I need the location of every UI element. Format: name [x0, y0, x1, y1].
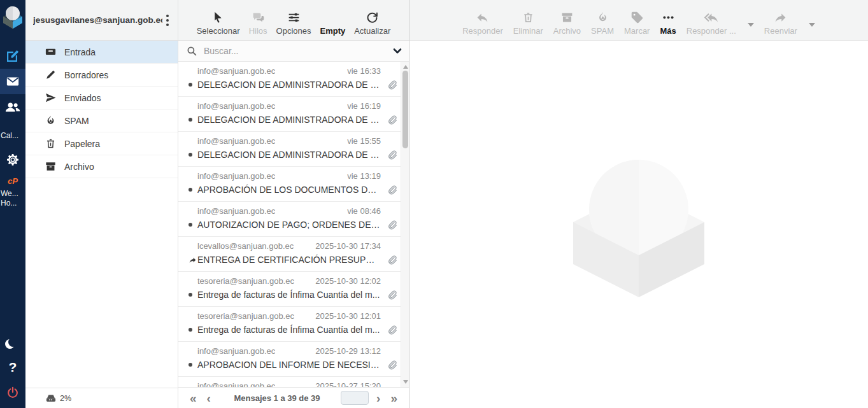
reply-all-dropdown-icon[interactable]: [748, 23, 754, 27]
help-icon: ?: [9, 360, 17, 375]
reply-button[interactable]: Responder: [462, 11, 503, 36]
more-button[interactable]: Más: [660, 11, 676, 36]
webmail-home-link[interactable]: We... Ho...: [0, 189, 25, 208]
message-sender: info@sanjuan.gob.ec: [197, 346, 275, 356]
more-dots-icon: [662, 11, 675, 24]
message-subject: DELEGACION DE ADMINISTRADORA DE OR...: [197, 80, 381, 90]
list-scrollbar[interactable]: [401, 62, 409, 387]
account-menu[interactable]: jesusgavilanes@sanjuan.gob.ec: [25, 0, 178, 41]
threads-icon: [252, 11, 265, 24]
message-row[interactable]: tesoreria@sanjuan.gob.ec 2025-10-30 12:0…: [178, 307, 409, 342]
search-icon: [186, 45, 197, 57]
message-list-panel: Seleccionar Hilos Opciones Empty: [178, 0, 409, 408]
message-row[interactable]: info@sanjuan.gob.ec vie 16:19 DELEGACION…: [178, 97, 409, 132]
moon-icon: [8, 337, 18, 347]
first-page-button[interactable]: «: [187, 392, 199, 404]
message-row[interactable]: info@sanjuan.gob.ec vie 15:55 DELEGACION…: [178, 132, 409, 167]
message-row[interactable]: info@sanjuan.gob.ec vie 13:19 APROBACIÓN…: [178, 167, 409, 202]
message-row[interactable]: info@sanjuan.gob.ec vie 08:46 AUTORIZACI…: [178, 202, 409, 237]
mail-nav-button[interactable]: [0, 69, 25, 94]
last-page-button[interactable]: »: [388, 392, 400, 404]
scrollbar-down-icon[interactable]: [403, 380, 408, 384]
logout-button[interactable]: [0, 380, 25, 405]
dark-mode-toggle[interactable]: [0, 329, 25, 355]
message-row[interactable]: tesoreria@sanjuan.gob.ec 2025-10-30 12:0…: [178, 272, 409, 307]
options-button[interactable]: Opciones: [276, 11, 311, 36]
settings-button[interactable]: [0, 147, 25, 172]
storage-icon: [45, 393, 57, 404]
message-sender: info@sanjuan.gob.ec: [197, 66, 275, 76]
account-options-icon[interactable]: [162, 12, 173, 29]
search-bar: [178, 41, 409, 62]
reply-all-button[interactable]: Responder ...: [687, 11, 736, 36]
message-subject: DELEGACION DE ADMINISTRADORA DE OR...: [197, 150, 381, 160]
folder-spam[interactable]: SPAM: [25, 109, 178, 132]
folder-archivo[interactable]: Archivo: [25, 155, 178, 178]
refresh-button[interactable]: Actualizar: [354, 11, 390, 36]
message-subject: Entrega de facturas de Ínfima Cuantía de…: [197, 290, 381, 300]
gear-icon: [5, 152, 20, 167]
empty-button[interactable]: Empty: [320, 26, 345, 36]
message-list: info@sanjuan.gob.ec vie 16:33 DELEGACION…: [178, 62, 409, 387]
folder-papelera[interactable]: Papelera: [25, 132, 178, 155]
scrollbar-up-icon[interactable]: [403, 65, 408, 69]
message-sender: info@sanjuan.gob.ec: [197, 171, 275, 181]
next-page-button[interactable]: ›: [374, 392, 383, 404]
snappymail-logo-icon: [2, 5, 24, 29]
paperclip-icon: [387, 290, 397, 300]
message-sender: info@sanjuan.gob.ec: [197, 381, 275, 387]
contacts-icon: [4, 99, 21, 115]
inbox-icon: [45, 46, 57, 58]
archive-icon: [45, 160, 57, 172]
list-toolbar: Seleccionar Hilos Opciones Empty: [178, 0, 409, 41]
quota-percent: 2%: [60, 394, 71, 403]
cpanel-link[interactable]: cP: [0, 172, 25, 189]
mark-button[interactable]: Marcar: [624, 11, 650, 36]
message-subject: ENTREGA DE CERTIFICACIÓN PRESUPUEST...: [197, 255, 381, 265]
folder-enviados[interactable]: Enviados: [25, 87, 178, 109]
cpanel-icon: cP: [8, 176, 18, 186]
scrollbar-thumb[interactable]: [402, 71, 408, 148]
folder-list: Entrada Borradores Enviados SPAM: [25, 41, 178, 388]
compose-button[interactable]: [0, 43, 25, 69]
app-rail: Cal... cP We... Ho... ?: [0, 0, 25, 408]
forward-button[interactable]: Reenviar: [764, 11, 797, 36]
select-button[interactable]: Seleccionar: [197, 11, 240, 36]
paperclip-icon: [387, 255, 397, 265]
search-input[interactable]: [204, 46, 392, 56]
message-date: 2025-10-27 15:20: [315, 381, 381, 387]
archive-button[interactable]: Archivo: [553, 11, 581, 36]
message-subject: APROBACIÓN DE LOS DOCUMENTOS DE LA...: [197, 185, 381, 195]
threads-button[interactable]: Hilos: [249, 11, 267, 36]
delete-button[interactable]: Eliminar: [513, 11, 543, 36]
help-button[interactable]: ?: [0, 355, 25, 380]
flame-icon: [45, 115, 57, 127]
message-row[interactable]: lcevallos@sanjuan.gob.ec 2025-10-30 17:3…: [178, 237, 409, 272]
cursor-icon: [211, 11, 225, 24]
message-row[interactable]: info@sanjuan.gob.ec 2025-10-29 13:12 APR…: [178, 342, 409, 377]
message-row[interactable]: info@sanjuan.gob.ec vie 16:33 DELEGACION…: [178, 62, 409, 97]
trash-icon: [522, 11, 535, 24]
unread-dot-icon: [189, 83, 192, 87]
trash-icon: [45, 137, 57, 150]
folder-entrada[interactable]: Entrada: [25, 41, 178, 64]
message-subject: APROBACION DEL INFORME DE NECESIDA...: [197, 360, 381, 370]
message-date: vie 16:19: [347, 101, 381, 111]
pagination-bar: « ‹ Mensajes 1 a 39 de 39 › »: [178, 387, 409, 408]
chevron-down-icon[interactable]: [392, 46, 402, 56]
contacts-button[interactable]: [0, 94, 25, 120]
unread-dot-icon: [189, 153, 192, 157]
page-number-input[interactable]: [341, 391, 369, 405]
forwarded-icon: [189, 256, 197, 264]
pencil-icon: [45, 69, 57, 81]
quota-indicator: 2%: [25, 388, 178, 408]
forward-dropdown-icon[interactable]: [809, 23, 815, 27]
message-sender: info@sanjuan.gob.ec: [197, 101, 275, 111]
calendar-link[interactable]: Cal...: [0, 131, 25, 141]
prev-page-button[interactable]: ‹: [204, 392, 213, 404]
spam-button[interactable]: SPAM: [591, 11, 614, 36]
paperclip-icon: [387, 115, 397, 125]
folder-borradores[interactable]: Borradores: [25, 64, 178, 87]
snappymail-watermark-logo: [571, 151, 706, 299]
message-row[interactable]: info@sanjuan.gob.ec 2025-10-27 15:20: [178, 377, 409, 387]
